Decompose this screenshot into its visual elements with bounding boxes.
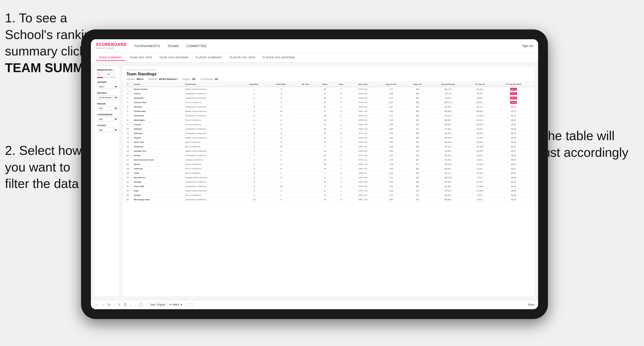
cell-conference: Mountain West Conference [184, 175, 240, 180]
score-value: 80.71 [511, 132, 516, 135]
cell-reg-rank: - 4 [241, 149, 267, 153]
cell-avg-low: 264 [406, 109, 429, 114]
cell-wins: 4 [333, 109, 349, 114]
cell-overall: 90-51-2 [429, 189, 466, 193]
filter-select-region[interactable]: N/A East West [97, 106, 118, 110]
filter-min-rounds-input1[interactable] [97, 72, 106, 76]
col-rank: # [123, 82, 133, 87]
cell-rnds: 18 [317, 105, 333, 109]
toolbar-share-2[interactable]: ⇧ [118, 302, 122, 307]
cell-vs25: 11-28-8 [467, 184, 493, 189]
table-row: 16 Florida Southeastern Conference - 7 -… [123, 153, 534, 158]
toolbar-reload[interactable]: ↻ [107, 302, 111, 307]
watch-btn[interactable]: 👁 Watch ▼ [169, 303, 182, 306]
standings-table: # School Conference Reg Rank Conf Rank N… [123, 82, 534, 202]
table-scroll[interactable]: # School Conference Reg Rank Conf Rank N… [123, 82, 534, 296]
cell-rank: 12 [123, 136, 133, 140]
cell-avg-par: 1.98 [377, 118, 406, 123]
cell-conf-rank: - 8 [267, 136, 294, 140]
cell-school: Georgia [133, 180, 184, 184]
cell-points: 80.24 [493, 162, 534, 167]
toolbar-expand[interactable]: ⛶ [189, 302, 193, 307]
cell-rnds: 27 [317, 109, 333, 114]
cell-wins: 2 [333, 145, 349, 149]
cell-vs25: 9-24-0 [467, 153, 493, 158]
nav-links: TOURNAMENTS TEAMS COMMITTEE [134, 44, 522, 48]
cell-rank: 20 [123, 171, 133, 175]
col-vs25: Vs Top 25 [467, 82, 493, 87]
cell-rank: 26 [123, 197, 133, 202]
filter-select-school[interactable]: (All) [97, 128, 118, 132]
share-btn[interactable]: Share [528, 303, 534, 306]
toolbar-forward[interactable]: → [101, 302, 106, 307]
cell-rnds: 23 [317, 118, 333, 123]
cell-wins: 1 [333, 162, 349, 167]
cell-avg-par: 1.98 [377, 123, 406, 127]
filter-label-conference: Conference [97, 113, 117, 116]
filter-select-division[interactable]: NCAA Division I NCAA Division II NCAA Di… [97, 95, 118, 100]
cell-conf-rank: - 8 [267, 197, 294, 202]
cell-school: Arizona [133, 123, 184, 127]
cell-no-tour [294, 96, 317, 100]
cell-school: North Carolina [133, 87, 184, 92]
cell-avg-low: 269 [406, 145, 429, 149]
cell-vs25: 18-12-1 [467, 118, 493, 123]
tab-team-summary[interactable]: TEAM SUMMARY [96, 54, 125, 61]
sub-nav: TEAM SUMMARY TEAM H2H GRID TEAM H2H HEAT… [91, 53, 538, 63]
tab-player-h2h-heatmap[interactable]: PLAYER H2H HEATMAP [260, 54, 298, 60]
table-row: 15 Georgia Tech Atlantic Coast Conferenc… [123, 149, 534, 153]
cell-adj-score: 279.7 -0.4 [349, 189, 377, 193]
view-original-btn[interactable]: View: Original [148, 302, 168, 307]
cell-reg-rank: - 5 [241, 127, 267, 131]
nav-tournaments[interactable]: TOURNAMENTS [134, 44, 160, 48]
cell-avg-low: 262 [406, 123, 429, 127]
toolbar-clock[interactable]: ◯ [138, 302, 144, 307]
table-row: 18 Illinois Big Ten Conference - 1 - 9 2… [123, 162, 534, 167]
toolbar-sep-1 [114, 302, 114, 307]
tab-team-h2h-grid[interactable]: TEAM H2H GRID [126, 54, 155, 60]
tab-player-summary[interactable]: PLAYER SUMMARY [193, 54, 225, 60]
cell-vs25: 9-19-1 [467, 193, 493, 197]
cell-avg-par: 1.86 [377, 127, 406, 131]
cell-school: Alabama [133, 127, 184, 131]
filter-select-gender[interactable]: Men's Women's [97, 84, 118, 89]
toolbar-back[interactable]: ← [94, 302, 99, 307]
toolbar-bookmark[interactable]: ☰ [123, 302, 128, 307]
filter-min-rounds-input2[interactable] [107, 72, 115, 76]
cell-conf-rank: - 8 [267, 100, 294, 105]
sign-out-link[interactable]: Sign out [522, 44, 533, 48]
cell-rank: 4 [123, 100, 133, 105]
table-area: Update time: 27/03/2024 16:56:26 Team St… [123, 66, 534, 296]
cell-no-tour [294, 162, 317, 167]
instruction-2-line2: you want to [5, 160, 70, 174]
score-value: 80.42 [511, 185, 516, 187]
col-conf-rank: Conf Rank [267, 82, 294, 87]
cell-conf-rank: - 9 [267, 140, 294, 145]
score-value: 83.49 [511, 119, 516, 121]
cell-avg-par: 2.37 [377, 105, 406, 109]
tab-player-h2h-grid[interactable]: PLAYER H2H GRID [226, 54, 258, 60]
cell-conference: Southeastern Conference [184, 105, 240, 109]
cell-no-tour [294, 87, 317, 92]
filter-control-min-rounds [97, 72, 117, 76]
col-adj-score: Adj. Score [349, 82, 377, 87]
cell-school: Arizona State [133, 100, 184, 105]
cell-rnds: 18 [317, 114, 333, 118]
nav-teams[interactable]: TEAMS [167, 44, 179, 48]
nav-committee[interactable]: COMMITTEE [186, 44, 207, 48]
cell-avg-low: 217 [406, 127, 429, 131]
cell-points: 80.27 [493, 167, 534, 171]
toolbar-grid[interactable]: ∙∙ [130, 302, 132, 307]
tab-team-h2h-heatmap[interactable]: TEAM H2H HEATMAP [156, 54, 192, 60]
cell-conference: Southeastern Conference [184, 114, 240, 118]
filter-select-conference[interactable]: (All) [97, 117, 118, 121]
filter-label-gender: Gender [97, 81, 117, 83]
table-row: 6 Florida State Atlantic Coast Conferenc… [123, 109, 534, 114]
cell-adj-score: 273.6 -6.0 [349, 92, 377, 96]
cell-avg-par: 2.88 [377, 92, 406, 96]
cell-rnds: 2 [317, 145, 333, 149]
cell-adj-score: 275.9 -9.5 [349, 114, 377, 118]
cell-school: Duke [133, 189, 184, 193]
cell-avg-low: 276 [406, 149, 429, 153]
cell-conf-rank: - 8 [267, 149, 294, 153]
